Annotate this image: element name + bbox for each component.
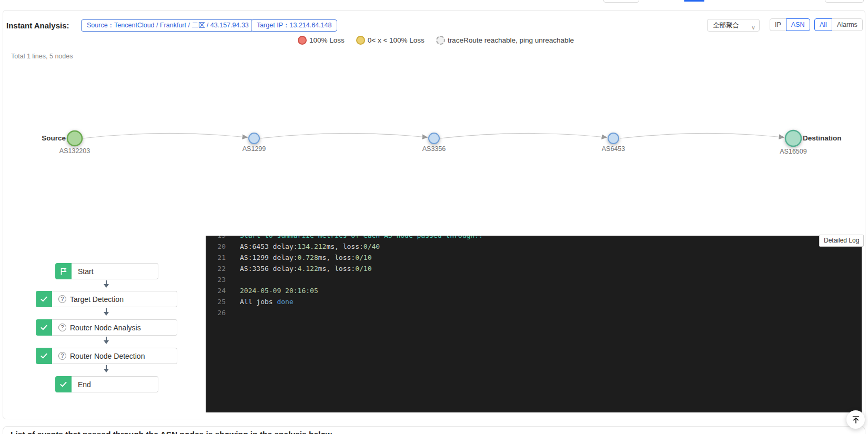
toggle-all-button[interactable]: All xyxy=(814,18,832,31)
node-source[interactable] xyxy=(67,131,82,146)
flow-step-label: Router Node Analysis xyxy=(70,324,141,332)
log-text: ms, loss: xyxy=(318,254,355,261)
edge-as6453-destination xyxy=(620,133,783,138)
flag-icon xyxy=(55,263,72,279)
check-icon xyxy=(55,376,72,392)
flow-step-target-detection[interactable]: ? Target Detection xyxy=(36,291,177,307)
source-role-label: Source xyxy=(0,134,66,142)
log-value: 134.212 xyxy=(298,243,327,250)
flow-step-label: End xyxy=(78,380,91,389)
line-number: 24 xyxy=(206,285,226,296)
flow-arrow-down xyxy=(106,308,107,315)
node-as6453[interactable] xyxy=(608,133,619,144)
as3356-label: AS3356 xyxy=(422,145,446,153)
log-line: 26 xyxy=(206,307,862,318)
help-icon[interactable]: ? xyxy=(58,324,66,331)
back-to-top-button[interactable] xyxy=(846,410,865,429)
edge-source-as1299 xyxy=(83,133,247,138)
log-text: AS:3356 delay: xyxy=(240,265,298,272)
log-value: 0/40 xyxy=(364,243,380,250)
log-line: 19 Start to summarize metrics of each AS… xyxy=(206,236,862,241)
as1299-label: AS1299 xyxy=(243,145,266,153)
log-text: ms, loss: xyxy=(326,243,363,250)
destination-as-label: AS16509 xyxy=(780,148,806,155)
edge-as1299-as3356 xyxy=(260,133,427,138)
check-icon xyxy=(36,291,52,307)
destination-role-label: Destination xyxy=(803,134,842,142)
arrow-up-to-line-icon xyxy=(852,416,860,424)
flow-step-label: Start xyxy=(78,267,94,276)
flow-step-router-node-detection[interactable]: ? Router Node Detection xyxy=(36,348,177,364)
edge-as3356-as6453 xyxy=(440,133,606,138)
log-line: 25 All jobs done xyxy=(206,296,862,307)
log-text: ms, loss: xyxy=(318,265,355,272)
flow-arrow-down xyxy=(106,365,107,371)
log-status: done xyxy=(277,298,293,306)
line-number: 22 xyxy=(206,263,226,274)
next-section-card: List of events that passed through the A… xyxy=(3,426,865,434)
log-line: 23 xyxy=(206,274,862,285)
help-icon[interactable]: ? xyxy=(58,352,66,360)
log-value: 0.728 xyxy=(298,254,318,261)
line-number: 21 xyxy=(206,252,226,263)
log-line: 22 AS:3356 delay:4.122ms, loss:0/10 xyxy=(206,263,862,274)
flow-step-router-node-analysis[interactable]: ? Router Node Analysis xyxy=(36,319,177,336)
as6453-label: AS6453 xyxy=(602,145,625,153)
instant-analysis-page: Instant Analysis: Source：TencentCloud / … xyxy=(0,0,868,434)
node-as1299[interactable] xyxy=(249,133,259,144)
line-number: 25 xyxy=(206,296,226,307)
next-section-title: List of events that passed through the A… xyxy=(11,430,332,434)
log-line: 24 2024-05-09 20:16:05 xyxy=(206,285,862,296)
topology-graph xyxy=(0,0,868,210)
flow-step-start[interactable]: Start xyxy=(55,263,158,279)
node-destination[interactable] xyxy=(785,130,801,146)
flow-step-label: Router Node Detection xyxy=(70,352,145,360)
log-timestamp: 2024-05-09 20:16:05 xyxy=(240,285,318,296)
flow-step-end[interactable]: End xyxy=(55,376,158,392)
help-icon[interactable]: ? xyxy=(58,295,66,303)
check-icon xyxy=(36,319,52,336)
log-line: 20 AS:6453 delay:134.212ms, loss:0/40 xyxy=(206,241,862,252)
source-as-label: AS132203 xyxy=(59,147,90,155)
node-as3356[interactable] xyxy=(429,133,439,144)
log-value: 4.122 xyxy=(298,265,318,272)
log-value: 0/10 xyxy=(355,254,371,261)
flow-step-label: Target Detection xyxy=(70,295,124,304)
flow-arrow-down xyxy=(106,337,107,343)
line-number: 26 xyxy=(206,307,226,318)
log-line: 21 AS:1299 delay:0.728ms, loss:0/10 xyxy=(206,252,862,263)
line-number: 19 xyxy=(206,236,226,241)
log-value: 0/10 xyxy=(355,265,371,272)
detailed-log-terminal[interactable]: 19 Start to summarize metrics of each AS… xyxy=(206,236,862,412)
log-text: AS:1299 delay: xyxy=(240,254,298,261)
detailed-log-chip[interactable]: Detailed Log xyxy=(819,235,864,247)
check-icon xyxy=(36,348,52,364)
log-text: Start to summarize metrics of each AS no… xyxy=(240,236,483,241)
log-text: AS:6453 delay: xyxy=(240,243,298,250)
log-text: All jobs xyxy=(240,298,277,306)
line-number: 23 xyxy=(206,274,226,285)
toggle-asn-button[interactable]: ASN xyxy=(786,18,810,31)
line-number: 20 xyxy=(206,241,226,252)
flow-arrow-down xyxy=(106,280,107,287)
